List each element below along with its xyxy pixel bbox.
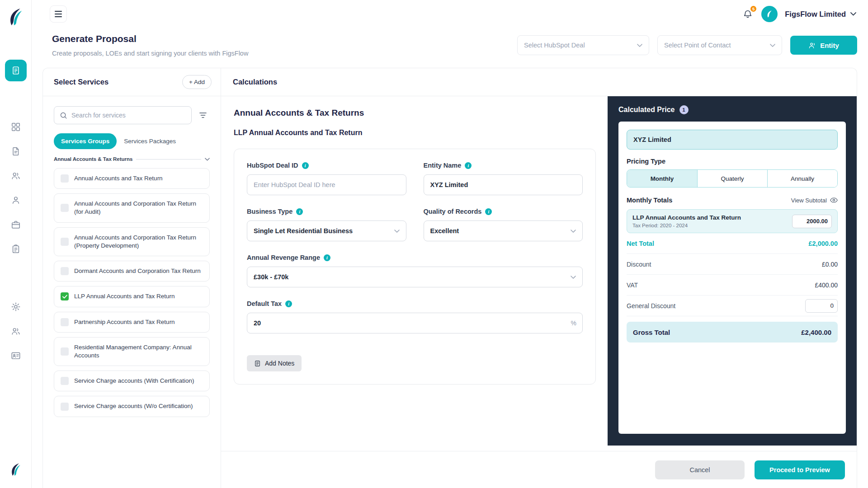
general-discount-row: General Discount [627, 296, 838, 316]
documents-icon[interactable] [11, 146, 21, 156]
entity-count-badge[interactable]: 1 [679, 105, 689, 114]
vat-label: VAT [627, 282, 638, 289]
checkbox-icon[interactable] [61, 204, 69, 212]
service-item-label: Annual Accounts and Tax Return [74, 174, 163, 183]
checkbox-icon[interactable] [61, 267, 69, 275]
settings-gear-icon[interactable] [11, 302, 21, 312]
info-icon[interactable]: i [485, 208, 492, 215]
monthly-totals-label: Monthly Totals [627, 197, 672, 204]
checkbox-icon[interactable] [61, 318, 69, 326]
gross-total-value: £2,400.00 [801, 328, 831, 336]
proceed-to-preview-button[interactable]: Proceed to Preview [755, 460, 845, 479]
checkbox-icon[interactable] [61, 347, 69, 356]
service-item-label: Annual Accounts and Corporation Tax Retu… [74, 200, 203, 216]
service-item[interactable]: Annual Accounts and Corporation Tax Retu… [54, 227, 210, 256]
add-service-button[interactable]: + Add [182, 75, 212, 89]
service-list: Annual Accounts and Tax Return Annual Ac… [54, 168, 210, 417]
service-group-header[interactable]: Annual Accounts & Tax Returns [54, 156, 210, 162]
checkbox-checked-icon[interactable] [61, 292, 69, 300]
filter-icon[interactable] [196, 107, 210, 123]
select-services-title: Select Services [54, 78, 108, 86]
checkbox-icon[interactable] [61, 238, 69, 246]
tab-services-groups[interactable]: Services Groups [54, 133, 117, 149]
main-content: 5 FigsFlow Limited Generate Proposal Cre… [32, 0, 868, 488]
line-item-name: LLP Annual Accounts and Tax Return [632, 214, 741, 221]
info-icon[interactable]: i [465, 162, 472, 169]
info-icon[interactable]: i [302, 162, 309, 169]
id-card-icon[interactable] [11, 351, 21, 361]
proposal-card: Select Services + Add Calculations [42, 68, 857, 488]
hubspot-deal-select[interactable]: Select HubSpot Deal [517, 35, 649, 55]
pricing-type-segmented-control: Monthly Quaterly Annually [627, 169, 838, 188]
net-total-value: £2,000.00 [808, 240, 838, 247]
view-subtotal-button[interactable]: View Subtotal [791, 197, 838, 204]
service-item-label: Dormant Accounts and Corporation Tax Ret… [74, 267, 201, 275]
entity-name-field: Entity Name i [424, 162, 583, 195]
selected-entity-chip[interactable]: XYZ Limited [627, 130, 838, 150]
line-item-period: Tax Period: 2020 - 2024 [632, 223, 741, 228]
service-item[interactable]: Partnership Accounts and Tax Return [54, 312, 210, 333]
entity-button[interactable]: Entity [790, 36, 857, 55]
selected-entity-name: XYZ Limited [633, 136, 671, 143]
clients-users-icon[interactable] [11, 171, 21, 181]
vat-row: VAT £400.00 [627, 275, 838, 296]
pricing-option-quarterly[interactable]: Quaterly [697, 170, 767, 187]
add-notes-button[interactable]: Add Notes [247, 355, 302, 371]
business-type-field: Business Type i Single Let Residential B… [247, 208, 406, 241]
quality-of-records-label: Quality of Records [424, 208, 482, 215]
calculations-title: Calculations [221, 68, 857, 96]
annual-revenue-range-select[interactable]: £30k - £70k [247, 267, 583, 287]
calculations-section-title: Annual Accounts & Tax Returns [234, 108, 596, 118]
cancel-button[interactable]: Cancel [655, 460, 745, 479]
checkbox-icon[interactable] [61, 403, 69, 411]
service-item[interactable]: Service Charge accounts (W/o Certificati… [54, 396, 210, 417]
notification-bell-icon[interactable]: 5 [741, 8, 754, 20]
entity-button-label: Entity [820, 42, 839, 49]
line-item-amount-input[interactable] [792, 215, 832, 228]
dashboard-grid-icon[interactable] [11, 122, 21, 132]
service-item-selected[interactable]: LLP Annual Accounts and Tax Return [54, 286, 210, 307]
figsflow-logo-small[interactable] [9, 462, 22, 477]
page-subtitle: Create proposals, LOEs and start signing… [52, 50, 248, 57]
tasks-clipboard-icon[interactable] [11, 244, 21, 254]
point-of-contact-select[interactable]: Select Point of Contact [657, 35, 782, 55]
info-icon[interactable]: i [296, 208, 303, 215]
team-users-icon[interactable] [11, 326, 21, 336]
services-panel: Services Groups Services Packages Annual… [43, 96, 221, 488]
calculations-service-title: LLP Annual Accounts and Tax Return [234, 129, 596, 137]
chevron-down-icon [571, 230, 576, 233]
tab-services-packages[interactable]: Services Packages [119, 133, 180, 149]
quality-of-records-select[interactable]: Excellent [424, 221, 583, 241]
briefcase-icon[interactable] [11, 220, 21, 230]
sidebar [0, 0, 32, 488]
info-icon[interactable]: i [324, 254, 330, 261]
business-type-select[interactable]: Single Let Residential Business [247, 221, 406, 241]
quality-of-records-field: Quality of Records i Excellent [424, 208, 583, 241]
calculated-price-title: Calculated Price [618, 106, 675, 114]
entity-name-input[interactable] [424, 174, 583, 195]
sidebar-item-proposals[interactable] [5, 60, 27, 81]
service-item[interactable]: Annual Accounts and Corporation Tax Retu… [54, 193, 210, 222]
service-item[interactable]: Dormant Accounts and Corporation Tax Ret… [54, 261, 210, 282]
default-tax-input[interactable] [247, 313, 583, 333]
service-item[interactable]: Residential Management Company: Annual A… [54, 337, 210, 366]
checkbox-icon[interactable] [61, 174, 69, 183]
discount-row: Discount £0.00 [627, 254, 838, 275]
chevron-down-icon[interactable] [205, 158, 210, 161]
info-icon[interactable]: i [285, 300, 292, 307]
service-item[interactable]: Annual Accounts and Tax Return [54, 168, 210, 189]
add-notes-label: Add Notes [265, 360, 294, 367]
services-search-input[interactable] [71, 112, 186, 119]
hubspot-deal-id-input[interactable] [247, 174, 406, 195]
hamburger-menu-icon[interactable] [50, 5, 67, 23]
calculation-form-card: HubSpot Deal ID i Entity Name i [234, 149, 596, 385]
checkbox-icon[interactable] [61, 377, 69, 385]
pricing-option-annually[interactable]: Annually [767, 170, 837, 187]
figsflow-logo[interactable] [7, 7, 24, 27]
company-switcher[interactable]: FigsFlow Limited [785, 10, 856, 19]
profile-user-icon[interactable] [11, 195, 21, 205]
service-item[interactable]: Service Charge accounts (With Certificat… [54, 371, 210, 391]
percent-suffix: % [571, 319, 576, 327]
general-discount-input[interactable] [805, 299, 838, 313]
pricing-option-monthly[interactable]: Monthly [627, 170, 697, 187]
